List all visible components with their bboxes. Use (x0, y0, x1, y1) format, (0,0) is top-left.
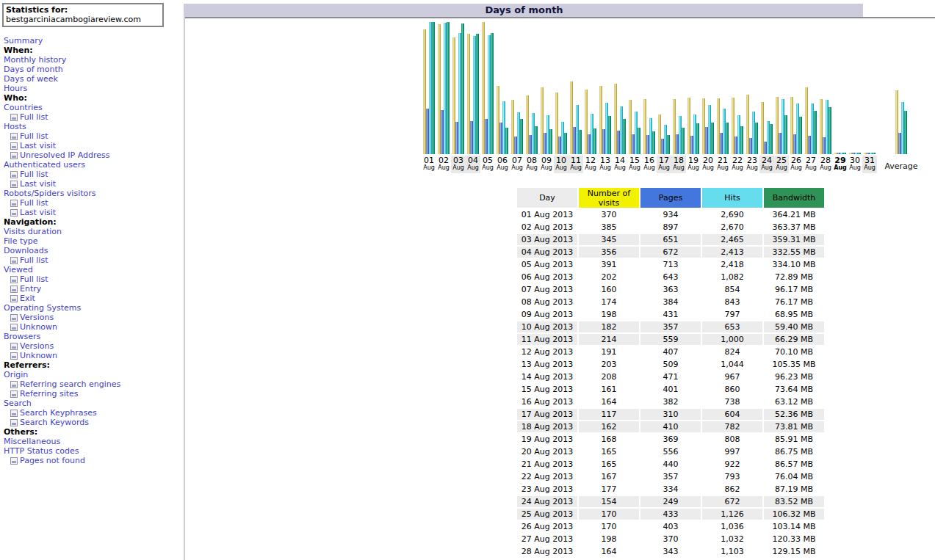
day-label-04: 04Aug (466, 156, 480, 173)
table-row: 06 Aug 20132026431,08272.89 MB (517, 272, 824, 283)
bandwidth-bar (843, 153, 846, 154)
cell-day: 19 Aug 2013 (517, 434, 577, 445)
sidebar-item-full-list[interactable]: Full list (20, 170, 48, 179)
sub-item-icon (10, 352, 18, 360)
sidebar-item-days-of-week[interactable]: Days of week (4, 74, 58, 84)
sidebar-item-versions[interactable]: Versions (20, 341, 54, 351)
sub-item-icon (10, 200, 18, 207)
table-row: 10 Aug 201318235765359.40 MB (517, 321, 824, 332)
cell-bandwidth: 83.52 MB (764, 496, 824, 507)
bandwidth-average-bar (904, 111, 907, 154)
cell-visits: 202 (579, 272, 639, 283)
sidebar-item-full-list[interactable]: Full list (20, 131, 48, 141)
day-label-19: 19Aug (686, 156, 701, 173)
sidebar-item-file-type[interactable]: File type (4, 236, 37, 246)
sidebar-item-visits-duration[interactable]: Visits duration (4, 227, 62, 236)
cell-visits: 164 (579, 396, 639, 407)
cell-day: 25 Aug 2013 (517, 509, 577, 520)
chart-day-group-24 (759, 22, 774, 154)
sidebar-item-last-visit[interactable]: Last visit (20, 179, 56, 189)
cell-day: 16 Aug 2013 (517, 396, 577, 407)
sidebar-item-full-list[interactable]: Full list (20, 198, 48, 208)
bandwidth-bar (814, 111, 817, 154)
table-row: 27 Aug 20131983701,032120.33 MB (517, 534, 824, 545)
sidebar-item-last-visit[interactable]: Last visit (20, 208, 56, 217)
cell-bandwidth: 86.57 MB (764, 459, 824, 470)
sidebar-item-search-keywords[interactable]: Search Keywords (20, 418, 89, 427)
sidebar-item-operating-systems[interactable]: Operating Systems (4, 303, 81, 313)
day-label-06: 06Aug (495, 156, 510, 173)
cell-bandwidth: 68.95 MB (764, 309, 824, 320)
sidebar-item-unknown[interactable]: Unknown (20, 351, 57, 360)
cell-visits: 154 (579, 496, 639, 507)
day-label-17: 17Aug (657, 156, 671, 173)
column-header-day: Day (517, 188, 577, 208)
cell-bandwidth: 59.40 MB (764, 321, 824, 332)
table-row: 25 Aug 20131704331,126106.32 MB (517, 509, 824, 520)
cell-day: 10 Aug 2013 (517, 321, 577, 332)
sidebar-item-search-keyphrases[interactable]: Search Keyphrases (20, 408, 97, 418)
cell-hits: 738 (702, 396, 762, 407)
table-row: 07 Aug 201316036385496.17 MB (517, 284, 824, 295)
table-row: 16 Aug 201316438273863.12 MB (517, 396, 824, 407)
sidebar-item-miscellaneous[interactable]: Miscellaneous (4, 437, 60, 446)
cell-day: 15 Aug 2013 (517, 384, 577, 395)
sidebar-item-full-list[interactable]: Full list (20, 274, 48, 284)
sidebar-item-pages-not-found[interactable]: Pages not found (20, 456, 85, 465)
sidebar-item-last-visit[interactable]: Last visit (20, 141, 56, 150)
sidebar-item-full-list[interactable]: Full list (20, 255, 48, 265)
sidebar-item-monthly-history[interactable]: Monthly history (4, 55, 66, 65)
sidebar-item-authenticated-users[interactable]: Authenticated users (4, 160, 85, 170)
day-label-30: 30Aug (848, 156, 862, 173)
sidebar-item-viewed[interactable]: Viewed (4, 265, 33, 274)
cell-visits: 345 (579, 234, 639, 245)
cell-pages: 343 (640, 546, 701, 557)
sidebar-item-downloads[interactable]: Downloads (4, 246, 48, 255)
bandwidth-bar (667, 135, 670, 154)
day-label-18: 18Aug (671, 156, 686, 173)
table-row: 05 Aug 20133917132,418334.10 MB (517, 259, 824, 270)
day-label-12: 12Aug (583, 156, 598, 173)
sidebar-item-origin[interactable]: Origin (4, 370, 28, 379)
sidebar-item-referring-sites[interactable]: Referring sites (20, 389, 79, 399)
sidebar-item-hosts[interactable]: Hosts (4, 122, 26, 131)
table-row: 28 Aug 20131643431,103129.15 MB (517, 546, 824, 557)
cell-hits: 824 (702, 346, 762, 357)
cell-hits: 2,465 (702, 234, 762, 245)
cell-visits: 356 (579, 247, 639, 258)
sidebar-item-days-of-month[interactable]: Days of month (4, 65, 63, 74)
sidebar-item-http-status-codes[interactable]: HTTP Status codes (4, 446, 79, 456)
cell-pages: 401 (640, 384, 701, 395)
cell-pages: 403 (640, 521, 701, 532)
cell-bandwidth: 73.81 MB (764, 421, 824, 432)
sidebar-item-summary[interactable]: Summary (4, 36, 43, 46)
sidebar-item-hours[interactable]: Hours (4, 84, 27, 93)
sidebar-item-browsers[interactable]: Browsers (4, 332, 40, 341)
cell-bandwidth: 72.89 MB (764, 272, 824, 283)
sidebar-item-full-list[interactable]: Full list (20, 112, 48, 122)
cell-pages: 440 (640, 459, 701, 470)
chart-day-group-26 (789, 22, 804, 154)
sidebar-divider (184, 4, 185, 560)
cell-bandwidth: 103.14 MB (764, 521, 824, 532)
sidebar-item-referring-search-engines[interactable]: Referring search engines (20, 379, 120, 389)
cell-hits: 793 (702, 471, 762, 482)
chart-day-group-29 (833, 22, 848, 154)
sidebar-item-unknown[interactable]: Unknown (20, 322, 57, 332)
cell-hits: 967 (702, 371, 762, 382)
sidebar-item-entry[interactable]: Entry (20, 284, 41, 294)
sidebar-item-versions[interactable]: Versions (20, 313, 54, 322)
cell-pages: 934 (640, 209, 701, 220)
cell-hits: 1,044 (702, 359, 762, 370)
table-row: 01 Aug 20133709342,690364.21 MB (517, 209, 824, 220)
sidebar-item-exit[interactable]: Exit (20, 294, 35, 303)
day-label-08: 08Aug (524, 156, 539, 173)
sidebar-item-search[interactable]: Search (4, 399, 32, 408)
sidebar-item-unresolved-ip-address[interactable]: Unresolved IP Address (20, 150, 110, 160)
cell-visits: 391 (579, 259, 639, 270)
sub-item-icon (10, 276, 18, 283)
sidebar-item-robots-spiders-visitors[interactable]: Robots/Spiders visitors (4, 189, 96, 198)
cell-hits: 843 (702, 297, 762, 308)
sidebar-item-countries[interactable]: Countries (4, 103, 43, 112)
bandwidth-bar (755, 123, 758, 154)
